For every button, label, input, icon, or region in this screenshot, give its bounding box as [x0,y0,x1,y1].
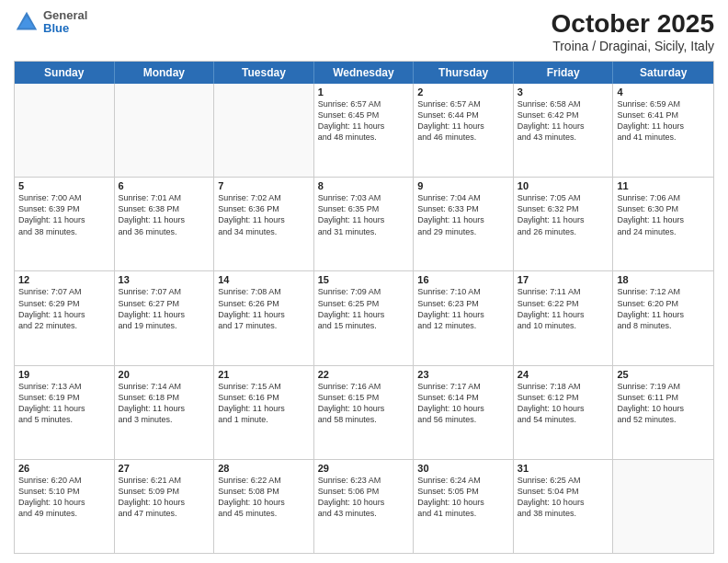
calendar-week-2: 5Sunrise: 7:00 AM Sunset: 6:39 PM Daylig… [15,178,713,271]
table-row: 29Sunrise: 6:23 AM Sunset: 5:06 PM Dayli… [314,460,415,553]
table-row: 2Sunrise: 6:57 AM Sunset: 6:44 PM Daylig… [414,84,514,177]
table-row: 6Sunrise: 7:01 AM Sunset: 6:38 PM Daylig… [115,178,215,270]
cell-sun-info: Sunrise: 7:01 AM Sunset: 6:38 PM Dayligh… [119,192,210,237]
day-number: 5 [18,180,110,191]
day-number: 17 [518,274,609,285]
table-row [214,84,314,177]
table-row: 4Sunrise: 6:59 AM Sunset: 6:41 PM Daylig… [613,84,713,177]
table-row: 14Sunrise: 7:08 AM Sunset: 6:26 PM Dayli… [214,271,314,364]
table-row: 22Sunrise: 7:16 AM Sunset: 6:15 PM Dayli… [314,366,415,459]
page: General Blue October 2025 Troina / Dragi… [0,0,728,563]
table-row: 10Sunrise: 7:05 AM Sunset: 6:32 PM Dayli… [514,178,614,270]
header-day-tuesday: Tuesday [214,62,314,84]
table-row: 21Sunrise: 7:15 AM Sunset: 6:16 PM Dayli… [214,366,314,459]
cell-sun-info: Sunrise: 7:09 AM Sunset: 6:25 PM Dayligh… [318,286,410,331]
table-row: 5Sunrise: 7:00 AM Sunset: 6:39 PM Daylig… [15,178,115,270]
header-day-thursday: Thursday [414,62,514,84]
day-number: 6 [119,180,210,191]
cell-sun-info: Sunrise: 6:23 AM Sunset: 5:06 PM Dayligh… [318,475,410,520]
cell-sun-info: Sunrise: 6:20 AM Sunset: 5:10 PM Dayligh… [18,475,110,520]
cell-sun-info: Sunrise: 7:17 AM Sunset: 6:14 PM Dayligh… [417,381,509,426]
logo-icon [14,9,40,35]
day-number: 23 [417,369,509,380]
cell-sun-info: Sunrise: 7:05 AM Sunset: 6:32 PM Dayligh… [518,192,609,237]
table-row: 19Sunrise: 7:13 AM Sunset: 6:19 PM Dayli… [15,366,115,459]
logo: General Blue [14,9,87,36]
cell-sun-info: Sunrise: 6:57 AM Sunset: 6:45 PM Dayligh… [318,98,410,144]
logo-blue-text: Blue [43,22,87,35]
table-row: 27Sunrise: 6:21 AM Sunset: 5:09 PM Dayli… [115,460,215,553]
header: General Blue October 2025 Troina / Dragi… [14,9,714,53]
day-number: 30 [417,463,509,474]
title-block: October 2025 Troina / Draginai, Sicily, … [552,9,714,53]
cell-sun-info: Sunrise: 7:18 AM Sunset: 6:12 PM Dayligh… [518,381,609,426]
table-row: 15Sunrise: 7:09 AM Sunset: 6:25 PM Dayli… [314,271,415,364]
cell-sun-info: Sunrise: 7:04 AM Sunset: 6:33 PM Dayligh… [417,192,509,237]
table-row: 24Sunrise: 7:18 AM Sunset: 6:12 PM Dayli… [514,366,614,459]
cell-sun-info: Sunrise: 6:58 AM Sunset: 6:42 PM Dayligh… [518,98,609,144]
day-number: 20 [119,369,210,380]
calendar-body: 1Sunrise: 6:57 AM Sunset: 6:45 PM Daylig… [15,84,713,553]
calendar: SundayMondayTuesdayWednesdayThursdayFrid… [14,61,714,554]
table-row [115,84,215,177]
table-row: 8Sunrise: 7:03 AM Sunset: 6:35 PM Daylig… [314,178,415,270]
table-row: 26Sunrise: 6:20 AM Sunset: 5:10 PM Dayli… [15,460,115,553]
cell-sun-info: Sunrise: 7:02 AM Sunset: 6:36 PM Dayligh… [218,192,310,237]
table-row: 23Sunrise: 7:17 AM Sunset: 6:14 PM Dayli… [414,366,514,459]
table-row: 12Sunrise: 7:07 AM Sunset: 6:29 PM Dayli… [15,271,115,364]
calendar-header-row: SundayMondayTuesdayWednesdayThursdayFrid… [15,62,713,84]
table-row: 3Sunrise: 6:58 AM Sunset: 6:42 PM Daylig… [514,84,614,177]
table-row: 7Sunrise: 7:02 AM Sunset: 6:36 PM Daylig… [214,178,314,270]
table-row: 30Sunrise: 6:24 AM Sunset: 5:05 PM Dayli… [414,460,514,553]
day-number: 12 [18,274,110,285]
header-day-sunday: Sunday [15,62,115,84]
day-number: 9 [417,180,509,191]
calendar-subtitle: Troina / Draginai, Sicily, Italy [552,39,714,53]
day-number: 31 [518,463,609,474]
table-row: 18Sunrise: 7:12 AM Sunset: 6:20 PM Dayli… [613,271,713,364]
logo-general-text: General [43,9,87,22]
calendar-title: October 2025 [552,9,714,39]
day-number: 13 [119,274,210,285]
day-number: 1 [318,86,410,98]
logo-text: General Blue [43,9,87,36]
cell-sun-info: Sunrise: 7:11 AM Sunset: 6:22 PM Dayligh… [518,286,609,331]
calendar-week-3: 12Sunrise: 7:07 AM Sunset: 6:29 PM Dayli… [15,271,713,365]
header-day-saturday: Saturday [613,62,713,84]
day-number: 29 [318,463,410,474]
table-row: 9Sunrise: 7:04 AM Sunset: 6:33 PM Daylig… [414,178,514,270]
table-row: 25Sunrise: 7:19 AM Sunset: 6:11 PM Dayli… [613,366,713,459]
cell-sun-info: Sunrise: 6:24 AM Sunset: 5:05 PM Dayligh… [417,475,509,520]
cell-sun-info: Sunrise: 7:14 AM Sunset: 6:18 PM Dayligh… [119,381,210,426]
day-number: 18 [617,274,710,285]
day-number: 14 [218,274,310,285]
cell-sun-info: Sunrise: 7:08 AM Sunset: 6:26 PM Dayligh… [218,286,310,331]
calendar-week-1: 1Sunrise: 6:57 AM Sunset: 6:45 PM Daylig… [15,84,713,178]
cell-sun-info: Sunrise: 7:07 AM Sunset: 6:29 PM Dayligh… [18,286,110,331]
day-number: 7 [218,180,310,191]
table-row [15,84,115,177]
day-number: 25 [617,369,710,380]
day-number: 24 [518,369,609,380]
cell-sun-info: Sunrise: 7:19 AM Sunset: 6:11 PM Dayligh… [617,381,710,426]
cell-sun-info: Sunrise: 7:03 AM Sunset: 6:35 PM Dayligh… [318,192,410,237]
cell-sun-info: Sunrise: 7:07 AM Sunset: 6:27 PM Dayligh… [119,286,210,331]
day-number: 22 [318,369,410,380]
table-row: 1Sunrise: 6:57 AM Sunset: 6:45 PM Daylig… [314,84,415,177]
day-number: 2 [417,86,509,98]
cell-sun-info: Sunrise: 7:12 AM Sunset: 6:20 PM Dayligh… [617,286,710,331]
table-row: 13Sunrise: 7:07 AM Sunset: 6:27 PM Dayli… [115,271,215,364]
table-row: 20Sunrise: 7:14 AM Sunset: 6:18 PM Dayli… [115,366,215,459]
day-number: 8 [318,180,410,191]
day-number: 4 [617,86,710,98]
header-day-monday: Monday [115,62,215,84]
cell-sun-info: Sunrise: 6:22 AM Sunset: 5:08 PM Dayligh… [218,475,310,520]
cell-sun-info: Sunrise: 7:13 AM Sunset: 6:19 PM Dayligh… [18,381,110,426]
day-number: 11 [617,180,710,191]
cell-sun-info: Sunrise: 6:57 AM Sunset: 6:44 PM Dayligh… [417,98,509,144]
table-row: 28Sunrise: 6:22 AM Sunset: 5:08 PM Dayli… [214,460,314,553]
table-row [613,460,713,553]
day-number: 3 [518,86,609,98]
day-number: 27 [119,463,210,474]
cell-sun-info: Sunrise: 7:00 AM Sunset: 6:39 PM Dayligh… [18,192,110,237]
